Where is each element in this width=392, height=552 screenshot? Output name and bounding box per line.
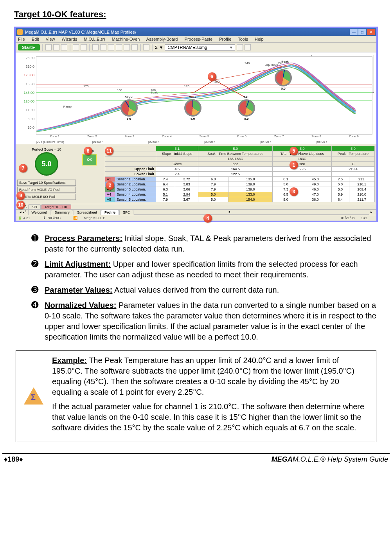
tab-welcome[interactable]: Welcome!	[28, 210, 51, 215]
open-icon[interactable]	[45, 44, 52, 50]
col-header: Soak - Time Between Temperatures	[198, 151, 273, 156]
close-button[interactable]: ✕	[367, 29, 375, 35]
menu-assembly-board[interactable]: Assembly-Board	[146, 37, 178, 41]
callout-5: 5	[290, 147, 298, 155]
slope-score: 5.1	[156, 146, 198, 151]
temp-label: 240	[278, 61, 283, 65]
tool-d-icon[interactable]	[116, 44, 122, 50]
x-tick: |02:00 r	[148, 140, 204, 144]
tool-c-icon[interactable]	[108, 44, 114, 50]
cell[interactable]: 219.4	[332, 167, 375, 172]
menu-view[interactable]: View	[46, 37, 55, 41]
callout-11: 11	[105, 147, 113, 155]
menu-edit[interactable]: Edit	[32, 37, 39, 41]
down-arrow-icon[interactable]: ▼	[159, 45, 164, 50]
zone-label: Zone 8	[298, 135, 335, 138]
maximize-button[interactable]: □	[358, 29, 366, 35]
temp-label: 240	[245, 61, 250, 65]
example-p2: If the actual parameter value for channe…	[52, 401, 368, 433]
col-header: TAL - Time Above Liquidous	[273, 151, 332, 156]
callout-1: 1	[290, 161, 298, 169]
nav-up-icon[interactable]	[237, 44, 243, 50]
callout-8: 8	[84, 147, 92, 155]
callout-2: 2	[106, 181, 114, 190]
menu-file[interactable]: File	[18, 37, 25, 41]
start-button[interactable]: Start►	[18, 44, 40, 50]
col-unit: C/sec	[156, 162, 198, 167]
menu-bar: File Edit View Wizards M.O.L.E.(r) Machi…	[16, 36, 376, 43]
cell[interactable]: 122.5	[198, 172, 273, 177]
tal-gauge: TAL 5.0	[238, 99, 255, 117]
status-app: MegaM.O.L.E.	[84, 216, 106, 220]
minimize-button[interactable]: —	[350, 29, 358, 35]
window-title: MegaM.O.L.E.(r) MAP V1.00 C:\MegaMOLE Ma…	[25, 30, 136, 34]
zone-label: Zone 9	[335, 135, 373, 138]
menu-tools[interactable]: Tools	[238, 37, 248, 41]
cell[interactable]: 4.5	[156, 167, 198, 172]
cell[interactable]: 164.5	[198, 167, 273, 172]
send-pod-button[interactable]: Send to MOLE I/O Pod	[17, 194, 76, 200]
help-icon[interactable]	[143, 44, 149, 50]
read-pod-button[interactable]: Read from MOLE I/O Pod	[17, 187, 76, 193]
gauge-value: 5.0	[281, 87, 286, 90]
menu-process-paste[interactable]: Process-Paste	[185, 37, 213, 41]
menu-help[interactable]: Help	[255, 37, 264, 41]
soak-score: 5.0	[198, 146, 273, 151]
tal-score: 5.0	[273, 146, 332, 151]
tab-summary[interactable]: Summary	[51, 210, 73, 215]
gauge-label: TAL	[243, 95, 249, 99]
table-row: A5Sensor 5 Location.7.93.675.0154.05.036…	[105, 197, 375, 202]
nav-down-icon[interactable]	[245, 44, 251, 50]
profile-curves-icon	[36, 57, 372, 134]
sigma-icon[interactable]: Σ	[155, 45, 158, 50]
print-icon[interactable]	[61, 44, 67, 50]
callout-3: 3	[290, 187, 298, 196]
bottom-tabs: ◂ ▸ \ Welcome! Summary Spreadsheet Profi…	[16, 209, 376, 215]
item2-label: Limit Adjustment:	[45, 260, 111, 268]
cell[interactable]: 2.4	[156, 172, 198, 177]
callout-4: 4	[203, 214, 212, 223]
menu-profile[interactable]: Profile	[219, 37, 231, 41]
ok-indicator: OK	[82, 154, 97, 165]
bullet-2-icon: ➋	[31, 259, 45, 280]
chart-area: 70.00 cm/min M: ~Electrovert_OmniFlo 7 M…	[16, 52, 376, 144]
status-time: 13:1	[361, 216, 368, 220]
page-number: ♦189♦	[4, 455, 23, 464]
zoom-out-icon[interactable]	[81, 44, 87, 50]
tab-spreadsheet[interactable]: Spreadsheet	[74, 210, 101, 215]
tool-a-icon[interactable]	[92, 44, 99, 50]
tool-e-icon[interactable]	[124, 44, 130, 50]
x-tick: |01:00 r	[92, 140, 148, 144]
y-tick: 160.0	[25, 83, 34, 91]
menu-wizards[interactable]: Wizards	[62, 37, 77, 41]
menu-machine-oven[interactable]: Machine-Oven	[112, 37, 140, 41]
tab-profile[interactable]: Profile	[101, 210, 119, 215]
save-target10-button[interactable]: Save Target 10 Specifications	[17, 180, 76, 186]
file-dropdown[interactable]: CMPTRNAME3.xmg ▾	[165, 44, 235, 51]
x-tick: |00 r (Relative Time)	[36, 140, 92, 144]
save-icon[interactable]	[53, 44, 59, 50]
y-tick: 145.00	[23, 91, 34, 100]
tab-kpi[interactable]: KPI	[28, 204, 41, 209]
tab-spc[interactable]: SPC	[119, 210, 134, 215]
slope-gauge: Slope 5.0	[120, 99, 138, 117]
bullet-1-icon: ➊	[31, 233, 45, 254]
gauge-value: 5.0	[127, 117, 131, 120]
col-subheader: 183C	[273, 156, 332, 162]
peak-score: 5.0	[332, 146, 375, 151]
zoom-in-icon[interactable]	[73, 44, 79, 50]
cell[interactable]: 55.5	[273, 167, 332, 172]
y-tick: 170.00	[23, 74, 34, 82]
zone-labels: Zone 1 Zone 2 Zone 3 Zone 4 Zone 5 Zone …	[36, 135, 372, 138]
menu-mole[interactable]: M.O.L.E.(r)	[84, 37, 105, 41]
y-tick: 10.0	[27, 126, 34, 135]
tab-target10[interactable]: Target 10 - OK	[41, 204, 71, 209]
score-circle: 5.0	[35, 152, 58, 176]
tool-f-icon[interactable]	[131, 44, 138, 50]
subtabs: ◂ ▸ \ KPI Target 10 - OK	[16, 204, 376, 209]
tool-b-icon[interactable]	[100, 44, 106, 50]
lower-limit-label: Lower Limit	[105, 172, 156, 177]
example-box: Σ Example: The Peak Temperature has an u…	[16, 350, 376, 442]
zone-label: Zone 2	[74, 135, 111, 138]
x-axis: |00 r (Relative Time) |01:00 r |02:00 r …	[36, 139, 372, 144]
